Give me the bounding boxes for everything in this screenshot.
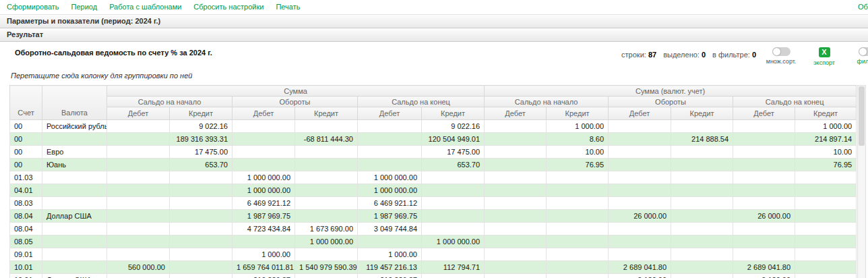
cell-value[interactable]: 189 316 393.31 <box>170 133 232 146</box>
cell-currency[interactable]: Евро <box>42 146 107 159</box>
cell-value[interactable] <box>107 248 170 261</box>
table-row[interactable]: 00 Российский рубль 9 022.16 9 022.16 1 … <box>10 120 857 133</box>
cell-value[interactable] <box>671 197 733 210</box>
cell-value[interactable] <box>733 235 795 248</box>
cell-value[interactable] <box>358 235 422 248</box>
menu-item-generate[interactable]: Сформировать <box>7 3 59 11</box>
cell-account[interactable]: 00 <box>10 146 42 159</box>
cell-value[interactable] <box>170 210 232 223</box>
cell-value[interactable] <box>609 120 671 133</box>
cell-currency[interactable]: Доллар США <box>42 274 107 278</box>
cell-value[interactable] <box>107 171 170 184</box>
cell-value[interactable] <box>671 223 733 235</box>
cell-value[interactable] <box>609 197 671 210</box>
cell-value[interactable] <box>609 146 671 159</box>
cell-value[interactable]: 17 475.00 <box>422 146 485 159</box>
column-header-credit-opening[interactable]: Кредит <box>170 107 232 120</box>
cell-value[interactable] <box>485 159 547 171</box>
cell-value[interactable]: 10.00 <box>547 146 609 159</box>
cell-account[interactable]: 04.01 <box>10 184 42 197</box>
cell-value[interactable] <box>671 120 733 133</box>
cell-currency[interactable]: Российский рубль <box>42 120 107 133</box>
cell-currency[interactable]: Юань <box>42 159 107 171</box>
cell-value[interactable] <box>107 210 170 223</box>
cell-value[interactable] <box>733 184 795 197</box>
cell-value[interactable]: 26 000.00 <box>733 210 795 223</box>
cell-value[interactable]: 3 049 744.84 <box>358 223 422 235</box>
cell-value[interactable] <box>671 171 733 184</box>
cell-value[interactable] <box>795 210 857 223</box>
cell-value[interactable] <box>547 274 609 278</box>
grouping-drop-hint[interactable]: Перетащите сюда колонку для группировки … <box>0 66 868 85</box>
cell-value[interactable]: 653.70 <box>422 159 485 171</box>
cell-value[interactable] <box>547 184 609 197</box>
cell-value[interactable]: 1 000 000.00 <box>358 184 422 197</box>
cell-value[interactable] <box>795 235 857 248</box>
cell-value[interactable] <box>107 120 170 133</box>
cell-account[interactable]: 00 <box>10 133 42 146</box>
cell-value[interactable] <box>107 133 170 146</box>
cell-value[interactable] <box>170 274 232 278</box>
cell-value[interactable] <box>733 146 795 159</box>
cell-value[interactable]: 1 673 690.00 <box>295 223 358 235</box>
section-result[interactable]: Результат <box>0 28 868 42</box>
cell-value[interactable] <box>547 171 609 184</box>
cell-value[interactable]: 210 226.37 <box>232 274 295 278</box>
cell-value[interactable]: 17 475.00 <box>170 146 232 159</box>
cell-value[interactable] <box>795 261 857 274</box>
cell-value[interactable] <box>485 274 547 278</box>
cell-currency[interactable] <box>42 235 107 248</box>
cell-value[interactable]: 112 794.71 <box>422 261 485 274</box>
cell-value[interactable]: 1 987 969.75 <box>358 210 422 223</box>
cell-value[interactable] <box>609 223 671 235</box>
cell-value[interactable]: 3 120.00 <box>609 274 671 278</box>
cell-value[interactable] <box>295 120 358 133</box>
column-header-credit-turnover[interactable]: Кредит <box>295 107 358 120</box>
cell-value[interactable] <box>107 197 170 210</box>
column-header-debit-turnover-cur[interactable]: Дебет <box>609 107 671 120</box>
cell-value[interactable] <box>422 210 485 223</box>
cell-account[interactable]: 00 <box>10 159 42 171</box>
cell-value[interactable] <box>485 261 547 274</box>
cell-value[interactable] <box>547 223 609 235</box>
cell-value[interactable]: 6 469 921.12 <box>358 197 422 210</box>
cell-value[interactable] <box>795 274 857 278</box>
cell-value[interactable] <box>170 184 232 197</box>
cell-value[interactable]: 1 000.00 <box>547 120 609 133</box>
cell-value[interactable] <box>671 210 733 223</box>
cell-value[interactable]: 1 987 969.75 <box>232 210 295 223</box>
cell-value[interactable] <box>795 197 857 210</box>
column-header-debit-opening-cur[interactable]: Дебет <box>485 107 547 120</box>
table-row[interactable]: 09.01 1 000.00 1 000.00 <box>10 248 857 261</box>
cell-account[interactable]: 08.04 <box>10 223 42 235</box>
section-parameters[interactable]: Параметры и показатели (период: 2024 г.) <box>0 15 868 28</box>
cell-account[interactable]: 00 <box>10 120 42 133</box>
table-row[interactable]: 00 189 316 393.31 -68 811 444.30 120 504… <box>10 133 857 146</box>
cell-value[interactable]: 1 540 979 590.39 <box>295 261 358 274</box>
table-row[interactable]: 08.04 Доллар США 1 987 969.75 1 987 969.… <box>10 210 857 223</box>
cell-value[interactable] <box>422 248 485 261</box>
cell-value[interactable] <box>547 235 609 248</box>
cell-value[interactable] <box>795 171 857 184</box>
vertical-scrollbar[interactable] <box>857 85 866 278</box>
cell-value[interactable]: 4 723 434.84 <box>232 223 295 235</box>
cell-value[interactable]: 2 689 041.80 <box>733 261 795 274</box>
cell-value[interactable] <box>107 223 170 235</box>
cell-account[interactable]: 08.04 <box>10 210 42 223</box>
cell-value[interactable] <box>485 210 547 223</box>
filter-toggle[interactable] <box>859 47 868 56</box>
cell-value[interactable]: 1 000 000.00 <box>422 235 485 248</box>
cell-value[interactable] <box>232 133 295 146</box>
cell-value[interactable] <box>232 146 295 159</box>
excel-export-button[interactable]: X <box>819 47 830 57</box>
cell-value[interactable] <box>485 184 547 197</box>
cell-value[interactable] <box>609 184 671 197</box>
cell-value[interactable] <box>733 223 795 235</box>
cell-value[interactable] <box>733 197 795 210</box>
cell-value[interactable] <box>170 248 232 261</box>
cell-value[interactable]: 26 000.00 <box>609 210 671 223</box>
column-header-debit-turnover[interactable]: Дебет <box>232 107 295 120</box>
cell-value[interactable] <box>422 274 485 278</box>
cell-value[interactable]: 76.95 <box>795 159 857 171</box>
cell-value[interactable]: 214 897.14 <box>795 133 857 146</box>
